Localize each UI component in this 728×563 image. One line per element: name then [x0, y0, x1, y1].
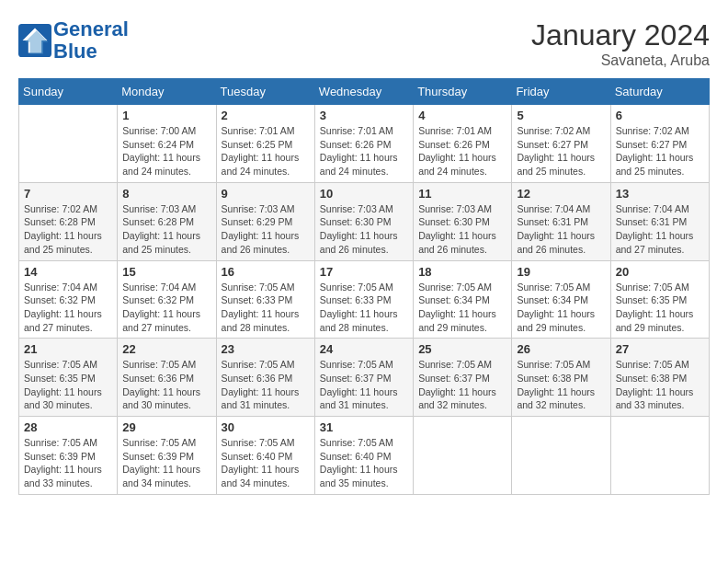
header-cell-sunday: Sunday — [19, 79, 118, 105]
day-number: 10 — [320, 187, 408, 201]
day-number: 11 — [418, 187, 506, 201]
week-row-2: 7Sunrise: 7:02 AMSunset: 6:28 PMDaylight… — [19, 182, 710, 260]
day-info: Sunrise: 7:03 AMSunset: 6:29 PMDaylight:… — [222, 202, 310, 257]
day-number: 17 — [320, 265, 408, 279]
day-cell: 4Sunrise: 7:01 AMSunset: 6:26 PMDaylight… — [414, 105, 512, 183]
day-info: Sunrise: 7:04 AMSunset: 6:32 PMDaylight:… — [24, 281, 112, 335]
logo-line2: Blue — [53, 40, 97, 63]
logo-text: General Blue — [53, 18, 129, 63]
day-info: Sunrise: 7:04 AMSunset: 6:31 PMDaylight:… — [616, 202, 704, 257]
calendar-table: SundayMondayTuesdayWednesdayThursdayFrid… — [18, 78, 710, 495]
day-number: 22 — [122, 342, 210, 356]
day-number: 8 — [122, 187, 210, 201]
day-info: Sunrise: 7:03 AMSunset: 6:30 PMDaylight:… — [418, 202, 506, 257]
day-number: 16 — [222, 265, 310, 279]
day-info: Sunrise: 7:00 AMSunset: 6:24 PMDaylight:… — [122, 124, 210, 178]
day-cell: 12Sunrise: 7:04 AMSunset: 6:31 PMDayligh… — [512, 182, 610, 260]
day-info: Sunrise: 7:05 AMSunset: 6:36 PMDaylight:… — [222, 358, 310, 412]
day-cell: 18Sunrise: 7:05 AMSunset: 6:34 PMDayligh… — [414, 260, 512, 339]
day-cell: 20Sunrise: 7:05 AMSunset: 6:35 PMDayligh… — [610, 260, 709, 339]
day-cell: 21Sunrise: 7:05 AMSunset: 6:35 PMDayligh… — [19, 339, 118, 417]
day-number: 4 — [418, 109, 506, 122]
day-info: Sunrise: 7:03 AMSunset: 6:30 PMDaylight:… — [320, 202, 408, 257]
day-number: 21 — [24, 342, 112, 356]
day-number: 1 — [122, 109, 210, 122]
day-cell: 8Sunrise: 7:03 AMSunset: 6:28 PMDaylight… — [118, 182, 216, 260]
day-cell — [610, 417, 709, 495]
day-cell: 10Sunrise: 7:03 AMSunset: 6:30 PMDayligh… — [314, 182, 413, 260]
week-row-3: 14Sunrise: 7:04 AMSunset: 6:32 PMDayligh… — [19, 260, 710, 339]
day-number: 23 — [222, 342, 310, 356]
header-cell-wednesday: Wednesday — [314, 79, 413, 105]
page-container: General Blue January 2024 Savaneta, Arub… — [18, 18, 710, 495]
day-info: Sunrise: 7:01 AMSunset: 6:25 PMDaylight:… — [222, 124, 310, 178]
day-cell: 26Sunrise: 7:05 AMSunset: 6:38 PMDayligh… — [512, 339, 610, 417]
day-cell: 31Sunrise: 7:05 AMSunset: 6:40 PMDayligh… — [314, 417, 413, 495]
day-number: 30 — [222, 420, 310, 434]
day-number: 29 — [122, 420, 210, 434]
day-cell: 17Sunrise: 7:05 AMSunset: 6:33 PMDayligh… — [314, 260, 413, 339]
week-row-4: 21Sunrise: 7:05 AMSunset: 6:35 PMDayligh… — [19, 339, 710, 417]
day-info: Sunrise: 7:01 AMSunset: 6:26 PMDaylight:… — [418, 124, 506, 178]
day-cell: 2Sunrise: 7:01 AMSunset: 6:25 PMDaylight… — [216, 105, 314, 183]
day-cell: 28Sunrise: 7:05 AMSunset: 6:39 PMDayligh… — [19, 417, 118, 495]
day-info: Sunrise: 7:02 AMSunset: 6:27 PMDaylight:… — [616, 124, 704, 178]
day-cell: 6Sunrise: 7:02 AMSunset: 6:27 PMDaylight… — [610, 105, 709, 183]
title-block: January 2024 Savaneta, Aruba — [531, 18, 710, 69]
day-cell: 7Sunrise: 7:02 AMSunset: 6:28 PMDaylight… — [19, 182, 118, 260]
logo: General Blue — [18, 18, 129, 63]
day-number: 19 — [517, 265, 605, 279]
day-info: Sunrise: 7:05 AMSunset: 6:40 PMDaylight:… — [222, 436, 310, 490]
day-info: Sunrise: 7:02 AMSunset: 6:27 PMDaylight:… — [517, 124, 605, 178]
day-info: Sunrise: 7:05 AMSunset: 6:34 PMDaylight:… — [418, 281, 506, 335]
day-cell: 27Sunrise: 7:05 AMSunset: 6:38 PMDayligh… — [610, 339, 709, 417]
day-number: 20 — [616, 265, 704, 279]
logo-line1: General — [53, 17, 129, 40]
header-cell-monday: Monday — [118, 79, 216, 105]
day-cell: 24Sunrise: 7:05 AMSunset: 6:37 PMDayligh… — [314, 339, 413, 417]
day-cell — [19, 105, 118, 183]
day-info: Sunrise: 7:05 AMSunset: 6:40 PMDaylight:… — [320, 436, 408, 490]
day-info: Sunrise: 7:05 AMSunset: 6:34 PMDaylight:… — [517, 281, 605, 335]
day-cell: 19Sunrise: 7:05 AMSunset: 6:34 PMDayligh… — [512, 260, 610, 339]
day-cell: 1Sunrise: 7:00 AMSunset: 6:24 PMDaylight… — [118, 105, 216, 183]
day-number: 25 — [418, 342, 506, 356]
day-cell — [414, 417, 512, 495]
day-number: 14 — [24, 265, 112, 279]
calendar-subtitle: Savaneta, Aruba — [531, 52, 710, 69]
day-info: Sunrise: 7:02 AMSunset: 6:28 PMDaylight:… — [24, 202, 112, 257]
day-number: 12 — [517, 187, 605, 201]
day-cell: 9Sunrise: 7:03 AMSunset: 6:29 PMDaylight… — [216, 182, 314, 260]
header-cell-saturday: Saturday — [610, 79, 709, 105]
calendar-header: SundayMondayTuesdayWednesdayThursdayFrid… — [19, 79, 710, 105]
day-info: Sunrise: 7:05 AMSunset: 6:35 PMDaylight:… — [24, 358, 112, 412]
day-cell: 13Sunrise: 7:04 AMSunset: 6:31 PMDayligh… — [610, 182, 709, 260]
day-cell: 16Sunrise: 7:05 AMSunset: 6:33 PMDayligh… — [216, 260, 314, 339]
calendar-body: 1Sunrise: 7:00 AMSunset: 6:24 PMDaylight… — [19, 105, 710, 495]
day-info: Sunrise: 7:05 AMSunset: 6:37 PMDaylight:… — [320, 358, 408, 412]
day-cell: 5Sunrise: 7:02 AMSunset: 6:27 PMDaylight… — [512, 105, 610, 183]
day-info: Sunrise: 7:05 AMSunset: 6:39 PMDaylight:… — [24, 436, 112, 490]
week-row-1: 1Sunrise: 7:00 AMSunset: 6:24 PMDaylight… — [19, 105, 710, 183]
day-info: Sunrise: 7:05 AMSunset: 6:36 PMDaylight:… — [122, 358, 210, 412]
day-info: Sunrise: 7:03 AMSunset: 6:28 PMDaylight:… — [122, 202, 210, 257]
week-row-5: 28Sunrise: 7:05 AMSunset: 6:39 PMDayligh… — [19, 417, 710, 495]
day-number: 31 — [320, 420, 408, 434]
day-info: Sunrise: 7:04 AMSunset: 6:32 PMDaylight:… — [122, 281, 210, 335]
day-number: 26 — [517, 342, 605, 356]
day-info: Sunrise: 7:05 AMSunset: 6:33 PMDaylight:… — [320, 281, 408, 335]
day-info: Sunrise: 7:05 AMSunset: 6:37 PMDaylight:… — [418, 358, 506, 412]
header-cell-thursday: Thursday — [414, 79, 512, 105]
header: General Blue January 2024 Savaneta, Arub… — [18, 18, 710, 69]
day-number: 15 — [122, 265, 210, 279]
day-cell: 25Sunrise: 7:05 AMSunset: 6:37 PMDayligh… — [414, 339, 512, 417]
day-cell: 30Sunrise: 7:05 AMSunset: 6:40 PMDayligh… — [216, 417, 314, 495]
calendar-title: January 2024 — [531, 18, 710, 52]
logo-icon — [18, 24, 51, 57]
day-cell: 22Sunrise: 7:05 AMSunset: 6:36 PMDayligh… — [118, 339, 216, 417]
day-number: 18 — [418, 265, 506, 279]
day-info: Sunrise: 7:04 AMSunset: 6:31 PMDaylight:… — [517, 202, 605, 257]
day-number: 7 — [24, 187, 112, 201]
day-cell: 29Sunrise: 7:05 AMSunset: 6:39 PMDayligh… — [118, 417, 216, 495]
day-info: Sunrise: 7:05 AMSunset: 6:35 PMDaylight:… — [616, 281, 704, 335]
